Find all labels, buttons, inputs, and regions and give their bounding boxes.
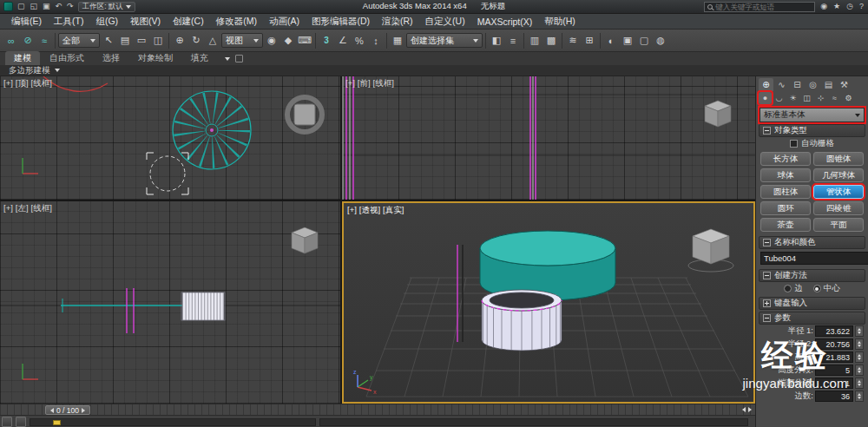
teapot-button[interactable]: 茶壶 — [760, 218, 811, 232]
track-bar-key[interactable] — [53, 420, 61, 425]
plane-button[interactable]: 平面 — [813, 218, 864, 232]
menu-maxscript[interactable]: MAXScript(X) — [471, 14, 539, 29]
viewport-menu-shading[interactable]: [线框] — [373, 78, 394, 89]
sides-field[interactable]: 36 — [815, 391, 853, 402]
ribbon-tab-modeling[interactable]: 建模 — [5, 51, 40, 65]
display-tab-icon[interactable]: ▤ — [821, 78, 836, 91]
modify-tab-icon[interactable]: ∿ — [774, 78, 789, 91]
viewport-menu-general[interactable]: [+] — [3, 203, 13, 214]
bind-to-space-warp-icon[interactable]: ≈ — [36, 33, 52, 49]
geosphere-button[interactable]: 几何球体 — [813, 168, 864, 182]
time-slider[interactable]: 0 / 100 — [45, 405, 90, 415]
viewport-menu-general[interactable]: [+] — [347, 205, 357, 216]
layer-manager-icon[interactable]: ▥ — [527, 33, 542, 49]
viewport-left[interactable]: [+] [左] [线框] — [0, 201, 340, 404]
viewport-menu-pov[interactable]: [左] — [16, 203, 29, 214]
edit-named-selection-sets-icon[interactable]: ▦ — [390, 33, 405, 49]
sides-spinner[interactable] — [855, 391, 864, 402]
space-warps-category-icon[interactable]: ≈ — [828, 92, 841, 104]
named-selection-sets-dropdown[interactable]: 创建选择集 — [406, 33, 483, 48]
creation-center-radio[interactable]: 中心 — [813, 283, 840, 294]
menu-customize[interactable]: 自定义(U) — [419, 14, 471, 29]
window-crossing-icon[interactable]: ◫ — [150, 33, 166, 49]
help-icon[interactable]: ? — [858, 2, 865, 11]
search-input[interactable] — [715, 3, 812, 11]
motion-tab-icon[interactable]: ◎ — [806, 78, 820, 91]
viewcube[interactable] — [287, 97, 322, 132]
object-name-field[interactable] — [760, 252, 868, 265]
viewport-menu-shading[interactable]: [线框] — [31, 78, 52, 89]
keyboard-override-icon[interactable]: ⌨ — [297, 33, 312, 49]
percent-snap-icon[interactable]: % — [352, 33, 367, 49]
cap-segments-spinner[interactable] — [855, 378, 864, 389]
menu-tools[interactable]: 工具(T) — [48, 14, 89, 29]
sign-in-icon[interactable]: ◉ — [819, 2, 828, 11]
menu-group[interactable]: 组(G) — [89, 14, 124, 29]
geometry-category-icon[interactable]: ● — [759, 92, 772, 104]
ribbon-tab-selection[interactable]: 选择 — [94, 51, 128, 65]
selection-filter-dropdown[interactable]: 全部 — [58, 33, 100, 48]
app-logo-icon[interactable] — [3, 2, 13, 11]
tube-top-view[interactable] — [173, 91, 251, 169]
viewcube[interactable] — [688, 229, 733, 272]
radius1-field[interactable]: 23.622 — [815, 325, 853, 337]
lights-category-icon[interactable]: ☀ — [786, 92, 799, 104]
rectangular-selection-region-icon[interactable]: ▭ — [134, 33, 149, 49]
hierarchy-tab-icon[interactable]: ⊟ — [790, 78, 805, 91]
selection-circle[interactable] — [147, 153, 188, 194]
torus-button[interactable]: 圆环 — [760, 201, 811, 215]
create-tab-icon[interactable]: ⊕ — [759, 78, 773, 91]
polygon-modeling-panel[interactable]: 多边形建模 — [9, 65, 50, 76]
spline-shape[interactable] — [43, 76, 108, 91]
autogrid-checkbox[interactable] — [790, 140, 798, 148]
spline-left-view[interactable] — [127, 288, 134, 333]
redo-icon[interactable]: ↷ — [66, 2, 75, 11]
new-scene-icon[interactable]: ▢ — [16, 2, 26, 11]
cone-button[interactable]: 圆锥体 — [813, 152, 864, 166]
menu-edit[interactable]: 编辑(E) — [5, 14, 48, 29]
radius2-field[interactable]: 20.756 — [815, 338, 853, 350]
viewport-menu-general[interactable]: [+] — [345, 78, 355, 89]
select-by-name-icon[interactable]: ▤ — [117, 33, 133, 49]
favorites-icon[interactable]: ★ — [832, 2, 841, 11]
viewport-menu-pov[interactable]: [前] — [358, 78, 371, 89]
track-bar[interactable] — [30, 418, 316, 426]
snap-toggle-3d-icon[interactable]: 3 — [319, 33, 334, 49]
graphite-ribbon-icon[interactable]: ▩ — [543, 33, 559, 49]
box-button[interactable]: 长方体 — [760, 152, 811, 166]
time-slider-track[interactable]: 0 / 100 — [0, 404, 755, 415]
tube-button[interactable]: 管状体 — [813, 185, 864, 199]
rendered-frame-window-icon[interactable]: ▢ — [636, 33, 652, 49]
viewport-top[interactable]: [+] [顶] [线框] — [0, 76, 340, 200]
rollout-object-type[interactable]: 对象类型 — [759, 124, 865, 137]
select-object-icon[interactable]: ↖ — [101, 33, 116, 49]
rollout-creation-method[interactable]: 创建方法 — [759, 269, 865, 282]
select-and-move-icon[interactable]: ⊕ — [172, 33, 187, 49]
viewport-front[interactable]: [+] [前] [线框] — [342, 76, 755, 200]
infocenter-search[interactable] — [704, 2, 815, 12]
menu-views[interactable]: 视图(V) — [124, 14, 167, 29]
save-file-icon[interactable]: ▣ — [42, 2, 51, 11]
material-editor-icon[interactable]: ◐ — [603, 33, 619, 49]
cylinder-object[interactable] — [480, 231, 615, 300]
rollout-parameters[interactable]: 参数 — [759, 312, 865, 325]
viewport-menu-pov[interactable]: [透视] — [359, 205, 380, 216]
viewport-menu-shading[interactable]: [真实] — [383, 205, 404, 216]
align-icon[interactable]: ≡ — [505, 33, 521, 49]
primitive-category-dropdown[interactable]: 标准基本体 — [760, 108, 865, 122]
angle-snap-icon[interactable]: ∠ — [335, 33, 351, 49]
viewport-perspective[interactable]: [+] [透视] [真实] — [342, 201, 755, 404]
pyramid-button[interactable]: 四棱锥 — [813, 201, 864, 215]
mirror-icon[interactable]: ◧ — [489, 33, 504, 49]
cap-segments-field[interactable]: 1 — [815, 378, 853, 389]
open-file-icon[interactable]: ◱ — [30, 2, 39, 11]
viewcube[interactable] — [292, 227, 318, 253]
radius1-spinner[interactable] — [855, 325, 864, 337]
history-icon[interactable]: ◷ — [845, 2, 854, 11]
cylinder-button[interactable]: 圆柱体 — [760, 185, 811, 199]
rollout-name-and-color[interactable]: 名称和颜色 — [759, 236, 865, 249]
tube-left-view[interactable] — [181, 292, 225, 320]
helpers-category-icon[interactable]: ⊹ — [814, 92, 827, 104]
viewport-menu-general[interactable]: [+] — [3, 78, 13, 89]
unlink-selection-icon[interactable]: ⊘ — [20, 33, 36, 49]
